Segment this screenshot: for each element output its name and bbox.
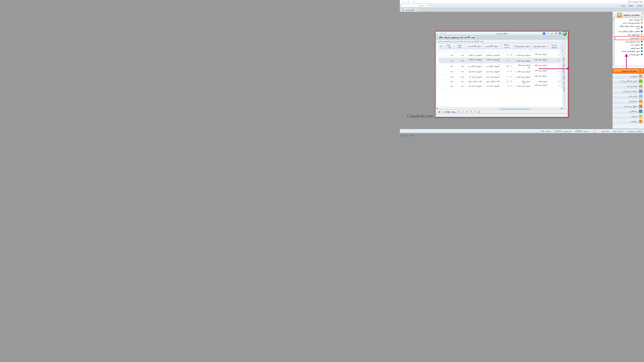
module-item[interactable]: پیمانکاری xyxy=(613,109,644,114)
column-header[interactable]: عنوان نوع فروش(۲) xyxy=(513,43,531,49)
module-item[interactable]: فروشنی xyxy=(613,73,644,78)
scroll-right-icon[interactable]: ▶ xyxy=(436,107,439,109)
cell: ۱ xyxy=(548,74,560,80)
module-expand-icon[interactable]: » xyxy=(613,124,614,126)
maximize-icon[interactable]: ▭ xyxy=(406,0,410,3)
sidebar-item[interactable]: مرور جامع طرف حساب xyxy=(615,50,644,53)
module-item[interactable]: حقوق و دستمزد xyxy=(613,104,644,109)
menu-help[interactable]: راهنما xyxy=(628,4,634,7)
cell: فروش دوره های … xyxy=(531,74,548,80)
module-item[interactable]: تنظیمات xyxy=(613,119,644,124)
table-row[interactable]: ۶۵فروش فایلفروش فایل۶۶۰۰۳کتاب تحلیلی حقو… xyxy=(439,80,565,83)
sidebar-item-label: اعلامیه قیمت xyxy=(630,37,640,39)
watermark-text: Chaabok.com xyxy=(407,113,433,119)
minimize-icon[interactable]: — xyxy=(401,0,404,3)
scroll-up-icon[interactable]: ▲ xyxy=(613,18,614,20)
column-header[interactable]: عنوان کالا/خدمت xyxy=(483,43,500,49)
globe-icon[interactable] xyxy=(562,31,567,36)
tab-close-icon[interactable]: ⊗ xyxy=(402,9,404,11)
module-item[interactable]: تامین کنندگان و انبار xyxy=(613,78,644,83)
window-close-icon[interactable]: ✕ xyxy=(444,32,446,34)
module-item[interactable]: دریافت و پرداخت xyxy=(613,88,644,93)
column-header[interactable]: کد کالا/خدمت xyxy=(500,43,513,49)
sidebar-item[interactable]: مرور فروش xyxy=(615,46,644,50)
scroll-down-icon[interactable]: ▼ xyxy=(613,63,614,65)
delete-icon[interactable]: ✕ xyxy=(469,110,472,113)
table-row[interactable]: ۷۲فروش دوره های …فروش دوره های ه…۱۱۰۱۱آم… xyxy=(439,83,565,89)
bullet-icon xyxy=(641,30,643,32)
module-item[interactable]: مشتریان و فروش xyxy=(613,68,644,73)
sidebar-item[interactable]: تخفیف جدید xyxy=(615,43,644,46)
menu-operations[interactable]: عملیات xyxy=(636,4,643,7)
cell: عدد xyxy=(454,74,465,80)
module-icon xyxy=(639,74,642,78)
save-as-icon[interactable]: 🗄 xyxy=(554,32,558,35)
table-row[interactable]: ۱۲فروش دوره های …فروش دوره های ه…۱۱۰۰۹آم… xyxy=(439,52,565,58)
module-icon xyxy=(639,79,642,83)
sidebar-item[interactable]: بسته محصول جدید xyxy=(615,40,644,43)
filter-cell[interactable] xyxy=(483,49,500,52)
module-label: شرکت xyxy=(632,115,637,117)
copy-icon[interactable]: ⎘ xyxy=(461,110,464,113)
cell: فروش دوره های … xyxy=(531,52,548,58)
module-item[interactable]: سفارش کار xyxy=(613,83,644,88)
filter-cell[interactable] xyxy=(439,49,443,52)
mouse-cursor-icon: ↖ xyxy=(523,82,525,85)
add-icon[interactable]: ✚ xyxy=(473,110,476,113)
excel-icon[interactable]: X xyxy=(465,110,468,113)
horizontal-scrollbar[interactable]: ◀ ▶ xyxy=(436,107,563,109)
column-header[interactable]: عنوان واح… xyxy=(443,43,454,49)
window-minimize-icon[interactable]: — xyxy=(436,32,438,34)
sidebar-item[interactable]: نوع فروش جدید xyxy=(615,33,644,36)
scroll-left-icon[interactable]: ◀ xyxy=(560,107,563,109)
sidebar-item[interactable]: مرور پورسانت xyxy=(615,53,644,56)
side-scrollbar[interactable]: ▲ ▼ xyxy=(613,18,615,65)
table-row[interactable]: ۲۲فروش دوره های …فروش دوره های ه…۱۱۰۱۰آم… xyxy=(439,58,565,63)
print-icon[interactable]: 🖨 xyxy=(550,32,554,35)
column-header[interactable]: عنوان نوع فروش xyxy=(531,43,548,49)
status-fy-value[interactable]: 99 xyxy=(592,130,596,133)
list-icon[interactable]: ≣ xyxy=(457,110,460,113)
sidebar-item[interactable]: محاسبه پورسانت جدید xyxy=(615,21,644,24)
column-header[interactable]: کد نوع فروش xyxy=(548,43,560,49)
sidebar-item-label: مرور پورسانت xyxy=(629,53,640,55)
grid-side-tabs[interactable]: اطلاعات اصلی · اطلاعات تکمیلی · سوالات م… xyxy=(563,39,565,109)
sidebar-item[interactable]: پورسانت جدید xyxy=(615,18,644,21)
filter-cell[interactable] xyxy=(454,49,465,52)
save-icon[interactable]: 💾 xyxy=(558,32,562,35)
menu-window[interactable]: پنجره xyxy=(621,4,626,7)
pin-icon[interactable]: 📌 xyxy=(642,12,643,14)
window-maximize-icon[interactable]: ▭ xyxy=(440,32,442,34)
sidebar-item[interactable]: اعلامیه بدهکار بستانکار جدید xyxy=(615,30,644,33)
column-header[interactable]: عنوان کالا/خدمت… xyxy=(465,43,483,49)
filter-cell[interactable] xyxy=(548,49,560,52)
module-icon xyxy=(639,84,642,88)
tab-price-notice[interactable]: ◆ اعلامیه قیمت ⊗ xyxy=(401,8,419,11)
table-row[interactable]: ۵۱فروش دوره های …فروش دوره های ه…۱۱۰۰۴آم… xyxy=(439,74,565,80)
support-link[interactable]: پشتیبانی و آموزش xyxy=(401,134,414,136)
module-item[interactable]: دارایی ثابت xyxy=(613,93,644,98)
filter-cell[interactable] xyxy=(465,49,483,52)
cell: ۲ xyxy=(548,52,560,58)
sidebar-item[interactable]: صورت حساب طرف مقابل جدید xyxy=(615,24,644,30)
search-input[interactable]: جستجو... (~+Ctrl) xyxy=(401,4,434,7)
column-header[interactable]: عنوان واحد xyxy=(454,43,465,49)
sidebar-item[interactable]: اعلامیه قیمت xyxy=(615,36,644,40)
cell: ۱۱۰۰۴ xyxy=(500,74,513,80)
columns-icon[interactable]: ▦ xyxy=(438,110,441,113)
help-icon[interactable]: ? xyxy=(543,32,546,35)
module-item[interactable]: شرکت xyxy=(613,114,644,119)
filter-cell[interactable] xyxy=(513,49,531,52)
column-header[interactable]: گر xyxy=(439,43,443,49)
module-icon xyxy=(639,89,642,93)
filter-cell[interactable] xyxy=(443,49,454,52)
options-icon[interactable]: ▤ xyxy=(477,110,480,113)
bullet-icon xyxy=(641,19,643,21)
module-item[interactable]: حسابداری xyxy=(613,98,644,104)
filter-cell[interactable] xyxy=(531,49,548,52)
status-today: امروز : 00/05/25 xyxy=(575,130,588,132)
close-icon[interactable]: ✕ xyxy=(412,0,416,3)
fetch-data-button[interactable]: دریافت اطلاعات xyxy=(444,111,456,113)
cell: فروش فایل xyxy=(513,80,531,83)
filter-cell[interactable] xyxy=(500,49,513,52)
